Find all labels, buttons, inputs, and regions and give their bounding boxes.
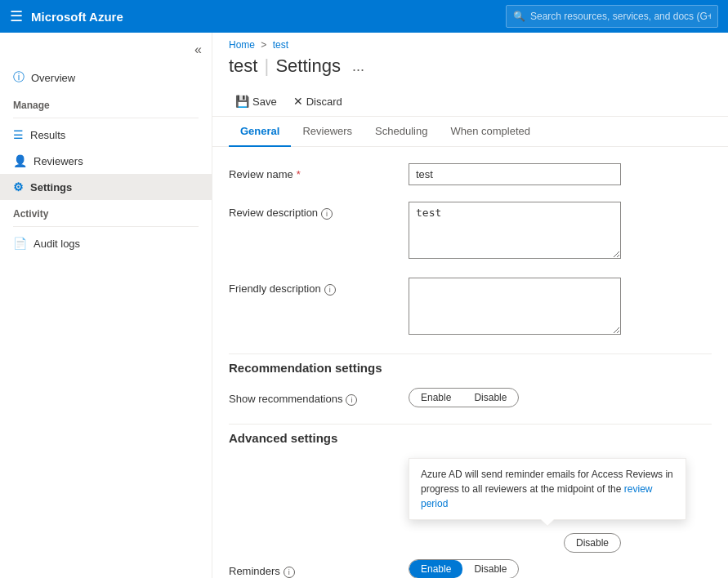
review-name-input[interactable] [409, 163, 621, 185]
review-name-label: Review name * [229, 163, 409, 180]
search-input[interactable] [530, 11, 711, 22]
save-button[interactable]: 💾 Save [229, 91, 284, 111]
collapse-button[interactable]: « [194, 42, 202, 57]
show-recommendations-field: Enable Disable [409, 388, 712, 407]
hamburger-icon[interactable]: ☰ [10, 7, 23, 25]
recommendation-settings-header: Recommendation settings [229, 353, 712, 375]
show-recommendations-enable-btn[interactable]: Enable [409, 389, 462, 407]
discard-button[interactable]: ✕ Discard [287, 91, 349, 111]
tooltip-callout: Azure AD will send reminder emails for A… [409, 458, 686, 520]
reminders-enable-btn[interactable]: Enable [409, 560, 462, 578]
show-recommendations-row: Show recommendations i Enable Disable [229, 388, 712, 407]
search-box[interactable]: 🔍 [506, 5, 718, 28]
sidebar-item-reviewers[interactable]: 👤 Reviewers [0, 148, 212, 174]
advanced-settings-header: Advanced settings [229, 424, 712, 445]
audit-logs-icon: 📄 [13, 237, 27, 250]
sidebar-results-label: Results [30, 129, 65, 141]
friendly-description-info-icon[interactable]: i [324, 284, 336, 296]
sidebar-item-settings[interactable]: ⚙ Settings [0, 174, 212, 200]
tab-scheduling[interactable]: Scheduling [364, 117, 439, 147]
breadcrumb-home[interactable]: Home [229, 39, 255, 51]
content-area: Home > test test | Settings ... 💾 Save ✕… [212, 33, 728, 578]
sidebar-settings-label: Settings [30, 181, 72, 193]
manage-divider [13, 118, 199, 118]
sidebar-item-results[interactable]: ☰ Results [0, 122, 212, 148]
show-recommendations-info-icon[interactable]: i [346, 394, 357, 406]
discard-icon: ✕ [293, 95, 303, 108]
ellipsis-button[interactable]: ... [347, 56, 369, 77]
friendly-description-field [409, 278, 712, 337]
reminders-info-icon[interactable]: i [284, 567, 295, 578]
section-name: Settings [275, 56, 341, 76]
reminders-disable-btn[interactable]: Disable [462, 560, 518, 578]
show-recommendations-disable-btn[interactable]: Disable [462, 389, 518, 407]
review-description-input[interactable]: test [409, 202, 621, 259]
search-icon: 🔍 [513, 11, 525, 22]
reminders-row: Reminders i Enable Disable [229, 559, 712, 578]
sidebar-item-audit-logs[interactable]: 📄 Audit logs [0, 230, 212, 256]
results-icon: ☰ [13, 128, 24, 141]
title-divider: | [265, 56, 275, 76]
required-star: * [297, 168, 301, 180]
page-title: test | Settings [229, 56, 341, 77]
tooltip-disable-toggle: Disable [564, 533, 621, 553]
settings-icon: ⚙ [13, 180, 24, 193]
activity-section-label: Activity [0, 200, 212, 223]
show-recommendations-toggle: Enable Disable [409, 388, 519, 407]
breadcrumb-current[interactable]: test [273, 39, 288, 51]
toolbar: 💾 Save ✕ Discard [212, 87, 728, 117]
review-description-label: Review description i [229, 202, 409, 220]
sidebar-overview-label: Overview [31, 72, 75, 84]
activity-divider [13, 226, 199, 227]
tab-reviewers[interactable]: Reviewers [291, 117, 364, 147]
review-name-field [409, 163, 712, 185]
show-recommendations-label: Show recommendations i [229, 388, 409, 406]
review-description-info-icon[interactable]: i [321, 208, 333, 220]
main-layout: « ⓘ Overview Manage ☰ Results 👤 Reviewer… [0, 33, 728, 578]
discard-label: Discard [306, 96, 342, 108]
info-icon: ⓘ [13, 70, 25, 85]
breadcrumb-separator: > [261, 39, 266, 51]
tab-general[interactable]: General [229, 117, 291, 147]
reminders-toggle: Enable Disable [409, 559, 519, 578]
sidebar-item-overview[interactable]: ⓘ Overview [0, 64, 212, 91]
breadcrumb: Home > test [212, 33, 728, 52]
sidebar-audit-logs-label: Audit logs [33, 238, 80, 250]
topbar-title: Microsoft Azure [31, 10, 123, 24]
resource-name: test [229, 56, 257, 76]
friendly-description-row: Friendly description i [229, 278, 712, 337]
manage-section-label: Manage [0, 91, 212, 114]
friendly-description-label: Friendly description i [229, 278, 409, 296]
tooltip-disable-btn[interactable]: Disable [565, 534, 620, 552]
review-description-field: test [409, 202, 712, 261]
reminders-label: Reminders i [229, 560, 409, 578]
tab-when-completed[interactable]: When completed [439, 117, 542, 147]
topbar: ☰ Microsoft Azure 🔍 [0, 0, 728, 33]
review-description-row: Review description i test [229, 202, 712, 261]
friendly-description-input[interactable] [409, 278, 621, 335]
form-content: Review name * Review description i test [212, 147, 728, 578]
save-label: Save [252, 96, 277, 108]
sidebar: « ⓘ Overview Manage ☰ Results 👤 Reviewer… [0, 33, 212, 578]
save-icon: 💾 [235, 95, 249, 108]
sidebar-reviewers-label: Reviewers [33, 155, 83, 167]
page-title-bar: test | Settings ... [212, 52, 728, 87]
reviewers-icon: 👤 [13, 154, 27, 167]
review-name-row: Review name * [229, 163, 712, 185]
sidebar-collapse-btn[interactable]: « [0, 39, 212, 64]
tabs-bar: General Reviewers Scheduling When comple… [212, 117, 728, 147]
reminders-field: Enable Disable [409, 559, 712, 578]
